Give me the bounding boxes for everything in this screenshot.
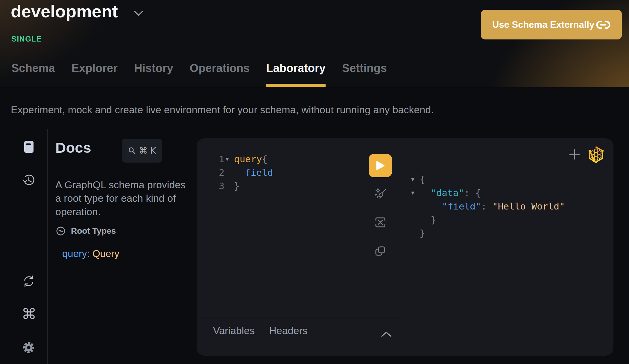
response-line-1: ▾ {: [411, 173, 609, 186]
copy-query-icon[interactable]: [374, 245, 387, 258]
token-keyword: query: [234, 154, 262, 164]
laboratory-page: development SINGLE Use Schema Externally…: [0, 0, 629, 364]
root-query-name: query: [62, 248, 87, 259]
main-nav-tabs: Schema Explorer History Operations Labor…: [11, 60, 387, 87]
root-types-icon: [56, 226, 66, 236]
use-schema-externally-label: Use Schema Externally: [492, 19, 594, 30]
page-header: development SINGLE Use Schema Externally…: [0, 0, 629, 87]
tab-operations[interactable]: Operations: [190, 60, 250, 87]
json-colon: :: [464, 187, 475, 198]
search-icon: [128, 147, 136, 155]
settings-gear-icon[interactable]: [22, 341, 35, 354]
tab-explorer[interactable]: Explorer: [72, 60, 118, 87]
line-number: 1: [214, 152, 224, 166]
json-close-data: }: [431, 213, 436, 227]
root-query-type: Query: [92, 248, 119, 259]
plus-icon[interactable]: [569, 148, 581, 160]
hive-logo-icon[interactable]: [587, 145, 605, 164]
root-query-separator: :: [87, 248, 92, 259]
history-icon[interactable]: [22, 173, 36, 187]
fold-triangle-icon[interactable]: ▾: [226, 152, 229, 166]
fold-triangle-icon[interactable]: ▾: [411, 186, 414, 200]
editor-code: query{: [234, 152, 268, 166]
command-glyph: ⌘: [22, 305, 37, 323]
json-open-data: {: [475, 187, 481, 198]
root-types-section: Root Types: [56, 226, 116, 236]
docs-icon[interactable]: [22, 140, 35, 154]
json-field-key: "field": [442, 201, 481, 212]
fold-triangle-icon[interactable]: ▾: [411, 173, 414, 186]
json-field-line: "field": "Hello World": [442, 200, 565, 213]
execute-query-button[interactable]: [369, 154, 392, 177]
link-icon: [596, 20, 610, 30]
graphiql-panel: 1 ▾ query{ 2 field 3 }: [197, 138, 613, 356]
project-title: development: [11, 1, 118, 21]
editor-footer-divider: [201, 318, 402, 318]
active-tab-indicator: [266, 84, 325, 87]
json-field-value: "Hello World": [492, 201, 565, 212]
token-close-brace: }: [234, 179, 240, 193]
json-open-root: {: [420, 173, 425, 186]
project-switcher-chevron-down-icon[interactable]: [133, 10, 144, 17]
response-line-5: }: [411, 227, 609, 240]
search-shortcut-label: ⌘ K: [139, 146, 156, 156]
root-types-label: Root Types: [71, 226, 116, 236]
environment-badge: SINGLE: [11, 35, 42, 43]
docs-panel-title: Docs: [55, 139, 91, 156]
shortcut-keys-icon[interactable]: ⌘: [22, 307, 37, 322]
json-data-key: "data": [431, 187, 464, 198]
response-viewer: ▾ { ▾ "data": { "field": "Hello World" }…: [411, 173, 609, 240]
tab-history[interactable]: History: [134, 60, 173, 87]
use-schema-externally-button[interactable]: Use Schema Externally: [481, 10, 622, 39]
editor-line-3: 3 }: [197, 179, 402, 193]
tab-settings[interactable]: Settings: [342, 60, 387, 87]
reload-icon[interactable]: [22, 275, 35, 288]
prettify-icon[interactable]: [374, 187, 387, 200]
merge-fragments-icon[interactable]: [374, 216, 387, 229]
json-data-line: "data": {: [431, 186, 481, 200]
docs-search-button[interactable]: ⌘ K: [122, 139, 162, 163]
json-colon: :: [481, 201, 492, 212]
response-line-2: ▾ "data": {: [411, 186, 609, 200]
line-number: 3: [214, 179, 224, 193]
token-field: field: [245, 166, 273, 179]
tab-laboratory-label: Laboratory: [266, 62, 325, 74]
chevron-up-icon[interactable]: [381, 331, 392, 338]
tab-schema[interactable]: Schema: [11, 60, 55, 87]
json-close-root: }: [420, 227, 425, 240]
request-footer-tabs: Variables Headers: [213, 325, 308, 337]
page-subtitle: Experiment, mock and create live environ…: [11, 104, 434, 116]
line-number: 2: [214, 166, 224, 179]
response-line-4: }: [411, 213, 609, 227]
play-icon: [376, 161, 385, 170]
headers-tab[interactable]: Headers: [269, 325, 308, 337]
response-line-3: "field": "Hello World": [411, 200, 609, 213]
root-query-link[interactable]: query: Query: [62, 248, 119, 259]
variables-tab[interactable]: Variables: [213, 325, 255, 337]
sidebar-divider: [47, 129, 48, 364]
docs-description: A GraphQL schema provides a root type fo…: [55, 178, 189, 218]
token-open-brace: {: [262, 154, 268, 164]
tab-laboratory[interactable]: Laboratory: [266, 60, 325, 87]
